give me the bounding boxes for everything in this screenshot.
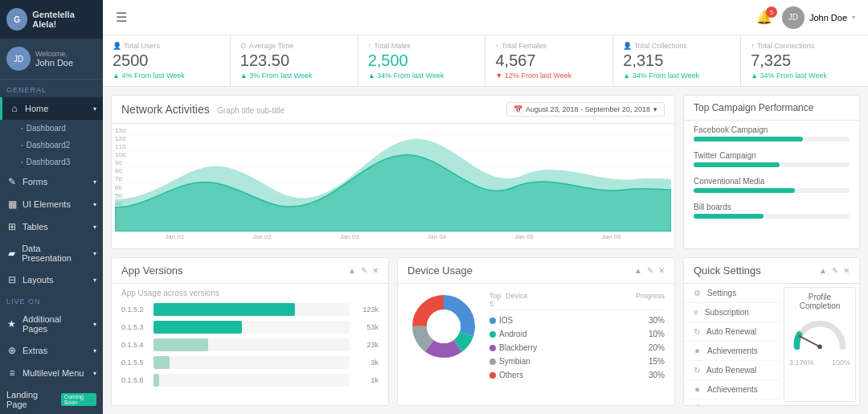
welcome-label: Welcome, <box>35 50 73 58</box>
sidebar-item-data-presentation[interactable]: ▰ Data Presentation ▾ <box>0 238 103 268</box>
quick-settings-panel: Quick Settings ▲ ✎ ✕ ⚙ Settings <box>683 257 860 406</box>
home-icon: ⌂ <box>9 103 20 114</box>
sidebar-item-multilevel-menu[interactable]: ≡ Multilevel Menu ▾ <box>0 362 103 384</box>
campaign-bar <box>694 162 780 167</box>
settings-item-logout[interactable]: ⏻ Logout <box>684 400 780 405</box>
sidebar-item-landing-page[interactable]: Landing Page Coming Soon <box>0 384 103 414</box>
profile-completion-title: Profile Completion <box>789 293 850 310</box>
campaign-title: Top Campaign Performance <box>694 102 813 113</box>
close-icon[interactable]: ✕ <box>843 266 850 275</box>
stat-value: 2,500 <box>368 51 476 70</box>
sidebar: G Gentelella Alela! JD Welcome, John Doe… <box>0 0 103 414</box>
forms-icon: ✎ <box>6 176 18 187</box>
bar-fill <box>154 356 170 369</box>
panel-controls: ▲ ✎ ✕ <box>819 266 850 275</box>
quick-settings-content: ⚙ Settings ≡ Subscription ↻ Auto Renewal <box>684 284 859 405</box>
topbar-left: ☰ <box>116 10 127 25</box>
chart-icon: ↻ <box>694 327 700 336</box>
main-content: ☰ 🔔 5 JD John Doe ▾ 👤 Total Users 2500 ▲… <box>103 0 868 414</box>
user-avatar: JD <box>782 6 805 29</box>
sidebar-item-additional-pages[interactable]: ★ Additional Pages ▾ <box>0 309 103 339</box>
edit-icon[interactable]: ✎ <box>832 266 838 275</box>
svg-line-12 <box>799 336 820 346</box>
clock-icon: ⊙ <box>240 42 247 50</box>
sidebar-item-layouts[interactable]: ⊟ Layouts ▾ <box>0 268 103 291</box>
symbian-dot <box>489 359 496 365</box>
sidebar-item-dashboard3[interactable]: Dashboard3 <box>0 154 103 170</box>
stat-value: 2500 <box>113 51 220 70</box>
edit-icon[interactable]: ✎ <box>647 266 653 275</box>
sidebar-item-tables[interactable]: ⊞ Tables ▾ <box>0 215 103 238</box>
sidebar-item-label: Tables <box>23 222 48 232</box>
edit-icon[interactable]: ✎ <box>361 266 367 275</box>
chart-header: Network Activities Graph title sub-title… <box>112 96 674 124</box>
settings-item-achievements[interactable]: ★ Achievements <box>684 342 780 361</box>
sidebar-item-forms[interactable]: ✎ Forms ▾ <box>0 170 103 193</box>
device-content: Top 5 Device Progress IOS 30% Android <box>398 284 674 405</box>
chevron-icon: ▾ <box>93 250 96 257</box>
chevron-icon: ▾ <box>93 370 96 377</box>
tables-icon: ⊞ <box>6 221 18 232</box>
expand-icon[interactable]: ▲ <box>819 266 827 275</box>
sidebar-title: Gentelella Alela! <box>32 10 96 29</box>
sidebar-item-dashboard2[interactable]: Dashboard2 <box>0 137 103 154</box>
topbar: ☰ 🔔 5 JD John Doe ▾ <box>103 0 868 35</box>
campaign-list: Facebook Campaign Twitter Campaign Conve… <box>684 121 859 223</box>
device-usage-panel: Device Usage ▲ ✎ ✕ <box>397 257 675 406</box>
bar-row: 0.1.5.6 1k <box>112 371 388 389</box>
chart-area: 130 120 110 100 90 80 70 60 50 40 30 20 <box>112 124 674 248</box>
ios-dot <box>489 318 496 324</box>
extras-icon: ⊕ <box>6 345 18 356</box>
chart-title: Network Activities <box>121 103 210 116</box>
settings-item-settings[interactable]: ⚙ Settings <box>684 284 780 303</box>
hamburger-icon[interactable]: ☰ <box>116 10 127 25</box>
sidebar-item-home[interactable]: ⌂ Home ▾ <box>0 97 103 120</box>
close-icon[interactable]: ✕ <box>658 266 665 275</box>
date-range-picker[interactable]: 📅 August 23, 2018 - September 20, 2018 ▾ <box>506 102 665 117</box>
notification-bell[interactable]: 🔔 5 <box>756 10 772 25</box>
chevron-down-icon: ▾ <box>93 105 96 113</box>
device-row-android: Android 10% <box>489 327 665 341</box>
users-icon: 👤 <box>113 42 121 50</box>
stat-total-collections: 👤 Total Collections 2,315 ▲ 34% From las… <box>613 35 741 86</box>
stat-change: ▲ 3% From last Week <box>240 72 348 80</box>
close-icon[interactable]: ✕ <box>372 266 379 275</box>
logout-icon: ⏻ <box>694 404 702 405</box>
app-versions-panel: App Versions ▲ ✎ ✕ App Usage across vers… <box>111 257 389 406</box>
app-versions-header: App Versions ▲ ✎ ✕ <box>112 258 388 284</box>
stat-value: 7,325 <box>751 51 858 70</box>
user-dropdown-icon[interactable]: ▾ <box>852 14 855 21</box>
sidebar-item-dashboard[interactable]: Dashboard <box>0 120 103 137</box>
bar-row: 0.1.5.2 123k <box>112 301 388 318</box>
live-on-section-label: LIVE ON <box>0 291 103 309</box>
chart-subtitle: Graph title sub-title <box>217 106 285 115</box>
expand-icon[interactable]: ▲ <box>634 266 642 275</box>
settings-item-achievements2[interactable]: ★ Achievements <box>684 380 780 400</box>
chart-icon2: ↻ <box>694 366 700 375</box>
star-icon: ★ <box>694 346 701 355</box>
sidebar-item-label: Layouts <box>23 275 54 285</box>
x-axis: Jan 01 Jan 02 Jan 03 Jan 04 Jan 05 Jan 0… <box>115 233 671 240</box>
list-icon: ≡ <box>694 308 698 317</box>
sidebar-item-ui-elements[interactable]: ▦ UI Elements ▾ <box>0 193 103 215</box>
donut-chart <box>407 290 480 363</box>
panel-controls: ▲ ✎ ✕ <box>348 266 379 275</box>
settings-item-subscription[interactable]: ≡ Subscription <box>684 303 780 322</box>
settings-item-auto-renewal2[interactable]: ↻ Auto Renewal <box>684 361 780 380</box>
ui-icon: ▦ <box>6 199 18 210</box>
sidebar-item-label: Landing Page <box>6 390 53 409</box>
avatar: JD <box>6 47 31 71</box>
campaign-item-billboards: Bill boards <box>684 198 859 223</box>
stat-label-text: Total Users <box>124 42 160 50</box>
settings-item-auto-renewal[interactable]: ↻ Auto Renewal <box>684 322 780 342</box>
profile-min: 3.176% <box>789 359 814 367</box>
stats-bar: 👤 Total Users 2500 ▲ 4% From last Week ⊙… <box>103 35 868 87</box>
quick-settings-header: Quick Settings ▲ ✎ ✕ <box>684 258 859 284</box>
user-info: JD John Doe ▾ <box>782 6 855 29</box>
sidebar-item-extras[interactable]: ⊕ Extras ▾ <box>0 339 103 362</box>
app-versions-title: App Versions <box>121 264 183 277</box>
stat-total-connections: ↑ Total Connections 7,325 ▲ 34% From las… <box>741 35 868 86</box>
gauge-area <box>789 315 850 355</box>
expand-icon[interactable]: ▲ <box>348 266 356 275</box>
chevron-icon: ▾ <box>93 321 96 328</box>
